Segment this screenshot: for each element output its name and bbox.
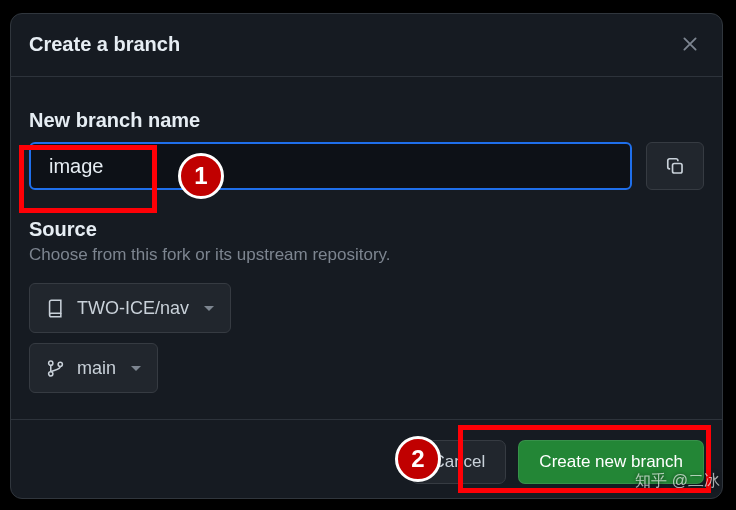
svg-point-2 — [49, 371, 53, 375]
branch-name-label: New branch name — [29, 109, 704, 132]
create-branch-button-label: Create new branch — [539, 452, 683, 472]
chevron-down-icon — [131, 366, 141, 371]
branch-name-row — [29, 142, 704, 190]
branch-selector[interactable]: main — [29, 343, 158, 393]
svg-rect-0 — [672, 163, 682, 173]
close-button[interactable] — [676, 30, 704, 58]
copy-button[interactable] — [646, 142, 704, 190]
copy-icon — [666, 157, 685, 176]
source-label: Source — [29, 218, 704, 241]
source-help-text: Choose from this fork or its upstream re… — [29, 245, 704, 265]
repo-selector-text: TWO-ICE/nav — [77, 298, 189, 319]
git-branch-icon — [46, 359, 65, 378]
create-branch-dialog: Create a branch New branch name Source C… — [10, 13, 723, 499]
close-icon — [681, 35, 699, 53]
repo-icon — [46, 299, 65, 318]
repo-selector[interactable]: TWO-ICE/nav — [29, 283, 231, 333]
chevron-down-icon — [204, 306, 214, 311]
svg-point-1 — [49, 361, 53, 365]
dialog-body: New branch name Source Choose from this … — [11, 77, 722, 419]
dialog-title: Create a branch — [29, 33, 180, 56]
dialog-footer: Cancel Create new branch — [11, 419, 722, 506]
cancel-button[interactable]: Cancel — [411, 440, 506, 484]
branch-name-input[interactable] — [29, 142, 632, 190]
create-branch-button[interactable]: Create new branch — [518, 440, 704, 484]
dialog-header: Create a branch — [11, 14, 722, 77]
branch-selector-text: main — [77, 358, 116, 379]
cancel-button-label: Cancel — [432, 452, 485, 472]
svg-point-3 — [58, 362, 62, 366]
